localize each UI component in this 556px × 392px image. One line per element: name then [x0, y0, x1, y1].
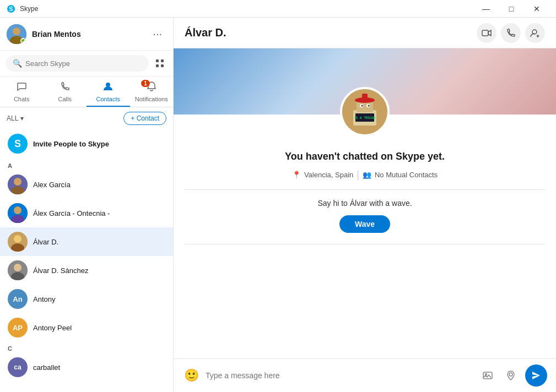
invite-label: Invite People to Skype — [33, 140, 109, 148]
contacts-icon — [102, 81, 114, 95]
maximize-button[interactable]: □ — [499, 0, 524, 18]
video-call-button[interactable] — [477, 23, 496, 43]
svg-point-17 — [14, 235, 21, 243]
chat-meta: 📍 Valencia, Spain | 👥 No Mutual Contacts — [292, 169, 438, 181]
svg-rect-28 — [362, 94, 368, 101]
svg-point-9 — [106, 83, 110, 87]
add-contact-button[interactable]: + Contact — [123, 112, 166, 125]
chat-divider — [185, 189, 545, 190]
location-button[interactable] — [502, 367, 520, 384]
search-bar: 🔍 — [0, 51, 173, 77]
svg-point-11 — [14, 178, 21, 186]
wave-prompt-container: Say hi to Álvar with a wave. Wave — [306, 199, 423, 233]
svg-point-37 — [509, 373, 512, 376]
list-item[interactable]: Alex García — [0, 170, 173, 199]
media-button[interactable] — [479, 367, 496, 384]
more-options-button[interactable]: ··· — [148, 25, 166, 42]
window-controls: — □ ✕ — [473, 0, 549, 18]
profile-header: Brian Mentos ··· — [0, 18, 173, 51]
contact-name: Álex García - Ontecnia - — [33, 209, 110, 217]
add-to-contacts-button[interactable] — [525, 23, 545, 43]
svg-rect-5 — [156, 59, 159, 62]
location-icon: 📍 — [292, 171, 301, 179]
message-input[interactable] — [206, 371, 473, 380]
meta-divider: | — [357, 169, 359, 181]
profile-name: Brian Mentos — [32, 30, 148, 39]
grid-icon[interactable] — [152, 56, 168, 71]
avatar[interactable] — [7, 24, 26, 44]
svg-rect-7 — [156, 64, 159, 67]
chat-contact-name: Álvar D. — [185, 26, 477, 39]
list-item[interactable]: An Antony — [0, 285, 173, 313]
sidebar: Brian Mentos ··· 🔍 — [0, 18, 174, 392]
tab-chats[interactable]: Chats — [0, 77, 44, 107]
tab-notifications[interactable]: 1 Notifications — [130, 77, 174, 107]
avatar — [8, 203, 28, 223]
tab-chats-label: Chats — [14, 96, 30, 102]
contact-list: S Invite People to Skype A Alex García — [0, 128, 173, 392]
send-button[interactable] — [525, 364, 547, 386]
list-item[interactable]: Álvar D. Sánchez — [0, 256, 173, 285]
nav-tabs: Chats Calls Contacts — [0, 77, 173, 107]
app-title: Skype — [20, 5, 473, 13]
chat-area: Álvar D. — [174, 18, 556, 392]
notification-badge: 1 — [141, 80, 150, 87]
contacts-filter: ALL ▾ + Contact — [0, 107, 173, 128]
mutual-contacts-icon: 👥 — [363, 171, 371, 179]
chats-icon — [16, 81, 27, 95]
svg-rect-6 — [161, 59, 164, 62]
contact-name: Antony Peel — [33, 324, 72, 332]
list-item[interactable]: Álvar D. — [0, 227, 173, 256]
app-icon: S — [7, 4, 15, 13]
emoji-button[interactable]: 🙂 — [182, 367, 200, 384]
list-item[interactable]: Álex García - Ontecnia - — [0, 199, 173, 227]
invite-to-skype-item[interactable]: S Invite People to Skype — [0, 128, 173, 159]
tab-notifications-label: Notifications — [135, 96, 168, 102]
svg-point-31 — [361, 105, 363, 107]
search-icon: 🔍 — [13, 59, 22, 68]
close-button[interactable]: ✕ — [524, 0, 549, 18]
chat-content: You haven't chatted on Skype yet. 📍 Vale… — [174, 115, 556, 358]
section-c-letter: C — [0, 342, 173, 353]
avatar — [8, 260, 28, 280]
tab-calls-label: Calls — [58, 96, 72, 102]
contact-name: Antony — [33, 295, 55, 303]
avatar — [8, 175, 28, 194]
wave-button[interactable]: Wave — [339, 215, 390, 233]
avatar-image: IS A TROJAN — [342, 89, 387, 134]
chat-header-actions — [477, 23, 545, 43]
chevron-down-icon: ▾ — [20, 115, 24, 122]
list-item[interactable]: ca carballet — [0, 353, 173, 382]
filter-label-text: ALL — [7, 115, 18, 122]
contact-avatar-large: IS A TROJAN — [340, 87, 390, 137]
contact-name: Álvar D. — [33, 238, 58, 246]
svg-point-20 — [14, 264, 21, 271]
no-chat-title: You haven't chatted on Skype yet. — [285, 151, 445, 162]
avatar: ca — [8, 357, 28, 377]
filter-all[interactable]: ALL ▾ — [7, 115, 24, 122]
message-input-bar: 🙂 — [174, 358, 556, 392]
calls-icon — [60, 81, 71, 95]
chat-header: Álvar D. — [174, 18, 556, 48]
section-a-letter: A — [0, 159, 173, 170]
search-wrap: 🔍 — [6, 55, 149, 72]
svg-text:IS A TROJAN: IS A TROJAN — [354, 116, 376, 119]
audio-call-button[interactable] — [501, 23, 521, 43]
contact-name: carballet — [33, 363, 60, 372]
contact-name: Alex García — [33, 181, 71, 189]
svg-point-14 — [14, 206, 21, 214]
minimize-button[interactable]: — — [473, 0, 499, 18]
search-input[interactable] — [25, 59, 142, 68]
svg-rect-8 — [161, 64, 164, 67]
skype-logo-icon: S — [8, 134, 28, 154]
avatar: AP — [8, 318, 28, 337]
mutual-contacts-text: No Mutual Contacts — [375, 171, 438, 179]
chat-divider-2 — [185, 244, 545, 244]
list-item[interactable]: AP Antony Peel — [0, 313, 173, 342]
location-text: Valencia, Spain — [304, 171, 353, 179]
tab-calls[interactable]: Calls — [44, 77, 87, 107]
app-body: Brian Mentos ··· 🔍 — [0, 18, 556, 392]
profile-banner: IS A TROJAN — [174, 48, 556, 115]
svg-point-3 — [13, 28, 20, 35]
tab-contacts[interactable]: Contacts — [87, 77, 130, 107]
